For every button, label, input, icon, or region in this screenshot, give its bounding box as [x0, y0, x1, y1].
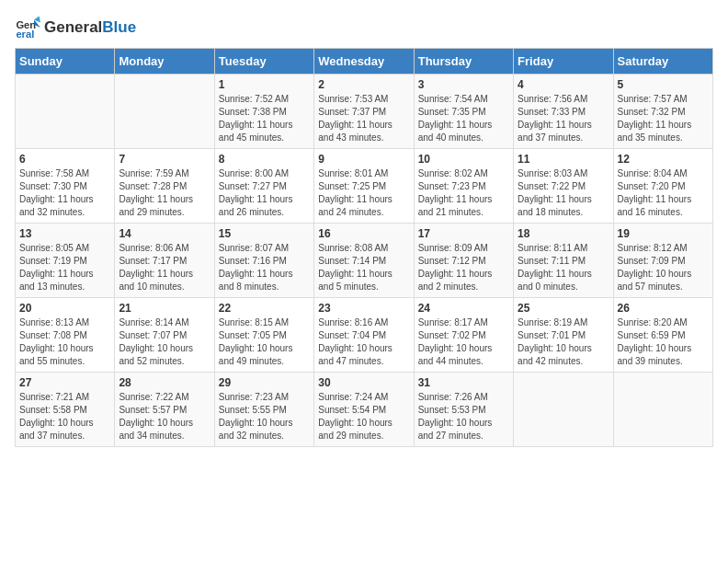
cell-info: Sunrise: 8:17 AMSunset: 7:02 PMDaylight:… [418, 316, 509, 368]
cell-info: Sunrise: 8:19 AMSunset: 7:01 PMDaylight:… [518, 316, 609, 368]
day-number: 9 [318, 153, 409, 166]
day-number: 19 [618, 227, 709, 240]
cell-info: Sunrise: 7:21 AMSunset: 5:58 PMDaylight:… [19, 391, 110, 442]
day-number: 31 [418, 376, 509, 389]
cell-info: Sunrise: 8:02 AMSunset: 7:23 PMDaylight:… [418, 167, 509, 219]
header-day-tuesday: Tuesday [214, 49, 313, 75]
week-row-5: 27 Sunrise: 7:21 AMSunset: 5:58 PMDaylig… [16, 373, 713, 447]
calendar-cell: 6 Sunrise: 7:58 AMSunset: 7:30 PMDayligh… [16, 149, 115, 224]
logo-icon: Gen eral [15, 15, 40, 40]
header-day-friday: Friday [514, 49, 613, 75]
calendar-cell: 12 Sunrise: 8:04 AMSunset: 7:20 PMDaylig… [613, 149, 712, 224]
cell-info: Sunrise: 7:54 AMSunset: 7:35 PMDaylight:… [418, 93, 509, 144]
day-number: 8 [219, 153, 310, 166]
week-row-3: 13 Sunrise: 8:05 AMSunset: 7:19 PMDaylig… [16, 224, 713, 298]
calendar-cell: 29 Sunrise: 7:23 AMSunset: 5:55 PMDaylig… [214, 373, 313, 447]
calendar-cell: 7 Sunrise: 7:59 AMSunset: 7:28 PMDayligh… [115, 149, 214, 224]
cell-info: Sunrise: 7:58 AMSunset: 7:30 PMDaylight:… [19, 167, 110, 219]
cell-info: Sunrise: 7:59 AMSunset: 7:28 PMDaylight:… [119, 167, 210, 219]
cell-info: Sunrise: 7:22 AMSunset: 5:57 PMDaylight:… [119, 391, 210, 442]
calendar-table: SundayMondayTuesdayWednesdayThursdayFrid… [15, 48, 713, 447]
week-row-1: 1 Sunrise: 7:52 AMSunset: 7:38 PMDayligh… [16, 75, 713, 149]
calendar-cell: 24 Sunrise: 8:17 AMSunset: 7:02 PMDaylig… [414, 298, 513, 373]
day-number: 29 [219, 376, 310, 389]
calendar-header-row: SundayMondayTuesdayWednesdayThursdayFrid… [16, 49, 713, 75]
calendar-cell [115, 75, 214, 149]
calendar-cell: 10 Sunrise: 8:02 AMSunset: 7:23 PMDaylig… [414, 149, 513, 224]
calendar-cell: 3 Sunrise: 7:54 AMSunset: 7:35 PMDayligh… [414, 75, 513, 149]
cell-info: Sunrise: 7:52 AMSunset: 7:38 PMDaylight:… [219, 93, 310, 144]
calendar-cell: 16 Sunrise: 8:08 AMSunset: 7:14 PMDaylig… [314, 224, 414, 298]
cell-info: Sunrise: 8:20 AMSunset: 6:59 PMDaylight:… [618, 316, 709, 368]
calendar-cell: 1 Sunrise: 7:52 AMSunset: 7:38 PMDayligh… [214, 75, 313, 149]
cell-info: Sunrise: 8:15 AMSunset: 7:05 PMDaylight:… [219, 316, 310, 368]
day-number: 2 [318, 78, 409, 91]
cell-info: Sunrise: 7:57 AMSunset: 7:32 PMDaylight:… [618, 93, 709, 144]
calendar-cell: 20 Sunrise: 8:13 AMSunset: 7:08 PMDaylig… [16, 298, 115, 373]
day-number: 13 [19, 227, 110, 240]
day-number: 28 [119, 376, 210, 389]
header-day-monday: Monday [115, 49, 214, 75]
header-day-saturday: Saturday [613, 49, 712, 75]
calendar-cell: 28 Sunrise: 7:22 AMSunset: 5:57 PMDaylig… [115, 373, 214, 447]
day-number: 24 [418, 302, 509, 315]
day-number: 10 [418, 153, 509, 166]
cell-info: Sunrise: 8:11 AMSunset: 7:11 PMDaylight:… [518, 242, 609, 293]
calendar-cell: 8 Sunrise: 8:00 AMSunset: 7:27 PMDayligh… [214, 149, 313, 224]
day-number: 21 [119, 302, 210, 315]
cell-info: Sunrise: 8:06 AMSunset: 7:17 PMDaylight:… [119, 242, 210, 293]
day-number: 17 [418, 227, 509, 240]
day-number: 15 [219, 227, 310, 240]
calendar-cell [613, 373, 712, 447]
day-number: 20 [19, 302, 110, 315]
week-row-4: 20 Sunrise: 8:13 AMSunset: 7:08 PMDaylig… [16, 298, 713, 373]
day-number: 4 [518, 78, 609, 91]
cell-info: Sunrise: 8:01 AMSunset: 7:25 PMDaylight:… [318, 167, 409, 219]
calendar-cell: 27 Sunrise: 7:21 AMSunset: 5:58 PMDaylig… [16, 373, 115, 447]
calendar-cell: 31 Sunrise: 7:26 AMSunset: 5:53 PMDaylig… [414, 373, 513, 447]
svg-text:eral: eral [16, 29, 34, 40]
logo-general: General [44, 18, 102, 36]
cell-info: Sunrise: 7:24 AMSunset: 5:54 PMDaylight:… [318, 391, 409, 442]
day-number: 3 [418, 78, 509, 91]
calendar-cell [514, 373, 613, 447]
cell-info: Sunrise: 7:53 AMSunset: 7:37 PMDaylight:… [318, 93, 409, 144]
cell-info: Sunrise: 8:03 AMSunset: 7:22 PMDaylight:… [518, 167, 609, 219]
calendar-cell: 21 Sunrise: 8:14 AMSunset: 7:07 PMDaylig… [115, 298, 214, 373]
calendar-cell: 23 Sunrise: 8:16 AMSunset: 7:04 PMDaylig… [314, 298, 414, 373]
day-number: 30 [318, 376, 409, 389]
logo-blue: Blue [102, 18, 136, 36]
cell-info: Sunrise: 7:26 AMSunset: 5:53 PMDaylight:… [418, 391, 509, 442]
day-number: 14 [119, 227, 210, 240]
calendar-cell: 26 Sunrise: 8:20 AMSunset: 6:59 PMDaylig… [613, 298, 712, 373]
calendar-cell: 30 Sunrise: 7:24 AMSunset: 5:54 PMDaylig… [314, 373, 414, 447]
cell-info: Sunrise: 8:09 AMSunset: 7:12 PMDaylight:… [418, 242, 509, 293]
day-number: 16 [318, 227, 409, 240]
day-number: 6 [19, 153, 110, 166]
calendar-cell: 5 Sunrise: 7:57 AMSunset: 7:32 PMDayligh… [613, 75, 712, 149]
calendar-cell: 22 Sunrise: 8:15 AMSunset: 7:05 PMDaylig… [214, 298, 313, 373]
day-number: 1 [219, 78, 310, 91]
header: Gen eral GeneralBlue [15, 15, 713, 40]
day-number: 26 [618, 302, 709, 315]
calendar-cell: 19 Sunrise: 8:12 AMSunset: 7:09 PMDaylig… [613, 224, 712, 298]
cell-info: Sunrise: 8:08 AMSunset: 7:14 PMDaylight:… [318, 242, 409, 293]
header-day-thursday: Thursday [414, 49, 513, 75]
day-number: 7 [119, 153, 210, 166]
day-number: 23 [318, 302, 409, 315]
header-day-wednesday: Wednesday [314, 49, 414, 75]
day-number: 27 [19, 376, 110, 389]
calendar-cell: 14 Sunrise: 8:06 AMSunset: 7:17 PMDaylig… [115, 224, 214, 298]
week-row-2: 6 Sunrise: 7:58 AMSunset: 7:30 PMDayligh… [16, 149, 713, 224]
calendar-cell: 25 Sunrise: 8:19 AMSunset: 7:01 PMDaylig… [514, 298, 613, 373]
day-number: 18 [518, 227, 609, 240]
cell-info: Sunrise: 8:16 AMSunset: 7:04 PMDaylight:… [318, 316, 409, 368]
day-number: 22 [219, 302, 310, 315]
cell-info: Sunrise: 7:56 AMSunset: 7:33 PMDaylight:… [518, 93, 609, 144]
calendar-cell: 13 Sunrise: 8:05 AMSunset: 7:19 PMDaylig… [16, 224, 115, 298]
calendar-cell [16, 75, 115, 149]
cell-info: Sunrise: 8:13 AMSunset: 7:08 PMDaylight:… [19, 316, 110, 368]
calendar-cell: 17 Sunrise: 8:09 AMSunset: 7:12 PMDaylig… [414, 224, 513, 298]
calendar-cell: 2 Sunrise: 7:53 AMSunset: 7:37 PMDayligh… [314, 75, 414, 149]
calendar-cell: 9 Sunrise: 8:01 AMSunset: 7:25 PMDayligh… [314, 149, 414, 224]
